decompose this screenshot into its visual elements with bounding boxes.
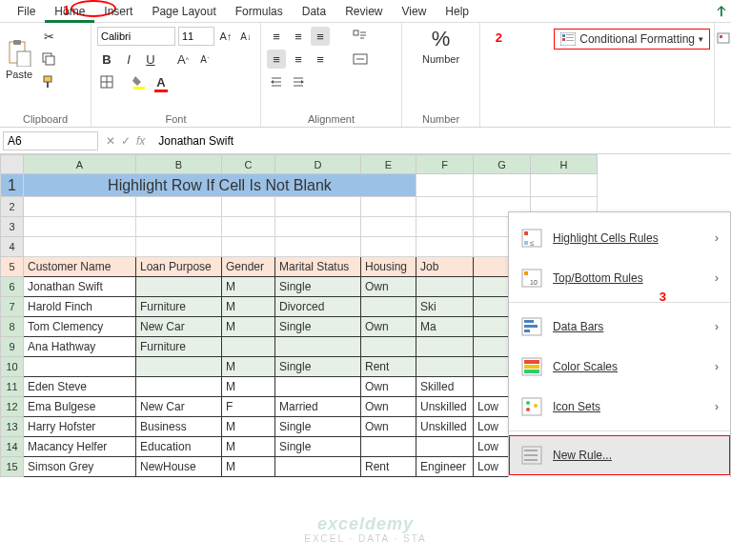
percent-button[interactable]: % Number (422, 27, 459, 65)
row-head-12[interactable]: 12 (1, 397, 24, 417)
cell[interactable] (361, 437, 416, 457)
cell[interactable]: Own (361, 277, 416, 297)
cell[interactable] (275, 457, 361, 477)
menu-insert[interactable]: Insert (94, 2, 142, 21)
cell[interactable]: Own (361, 417, 416, 437)
font-color-button[interactable]: A (152, 72, 171, 91)
cell[interactable] (136, 357, 222, 377)
cell[interactable] (361, 217, 416, 237)
col-head-E[interactable]: E (361, 155, 416, 174)
menu-help[interactable]: Help (436, 2, 478, 21)
increase-indent-button[interactable] (289, 72, 308, 91)
align-bottom-button[interactable]: ≡ (311, 27, 330, 46)
paste-button[interactable]: Paste (6, 38, 32, 80)
cell[interactable]: Simson Grey (24, 457, 136, 477)
cell[interactable]: Skilled (416, 377, 474, 397)
name-box[interactable] (3, 131, 98, 150)
cell[interactable]: Single (275, 417, 361, 437)
cell[interactable] (275, 237, 361, 257)
row-head-9[interactable]: 9 (1, 337, 24, 357)
cell[interactable] (136, 197, 222, 217)
cell[interactable] (416, 237, 474, 257)
merge-button[interactable] (351, 50, 370, 69)
cell[interactable] (24, 357, 136, 377)
menu-review[interactable]: Review (335, 2, 392, 21)
cell[interactable] (222, 337, 275, 357)
cell[interactable]: M (222, 277, 275, 297)
cell[interactable]: Housing (361, 257, 416, 277)
cell[interactable]: Highlight Row If Cell Is Not Blank (24, 174, 416, 197)
copy-button[interactable] (39, 50, 58, 69)
format-painter-button[interactable] (39, 72, 58, 91)
menu-formulas[interactable]: Formulas (226, 2, 293, 21)
cell[interactable]: Furniture (136, 337, 222, 357)
cell[interactable]: Job (416, 257, 474, 277)
conditional-formatting-button[interactable]: Conditional Formatting ▾ (554, 29, 710, 50)
menu-file[interactable]: File (8, 2, 45, 21)
cell[interactable]: Single (275, 317, 361, 337)
enter-formula-icon[interactable]: ✓ (121, 134, 131, 148)
cell[interactable]: Ema Bulgese (24, 397, 136, 417)
cell[interactable]: Ma (416, 317, 474, 337)
cell[interactable]: Harry Hofster (24, 417, 136, 437)
cell[interactable]: Single (275, 437, 361, 457)
cell[interactable] (416, 217, 474, 237)
cell[interactable] (24, 217, 136, 237)
cell[interactable] (361, 237, 416, 257)
cell[interactable]: Tom Clemency (24, 317, 136, 337)
row-head-8[interactable]: 8 (1, 317, 24, 337)
formula-input[interactable] (152, 132, 731, 150)
cell[interactable]: M (222, 377, 275, 397)
cell[interactable]: Own (361, 317, 416, 337)
cell[interactable]: Harold Finch (24, 297, 136, 317)
cell[interactable] (136, 217, 222, 237)
cell[interactable]: Furniture (136, 297, 222, 317)
align-top-button[interactable]: ≡ (267, 27, 286, 46)
fx-icon[interactable]: fx (136, 134, 145, 148)
cell[interactable]: Marital Status (275, 257, 361, 277)
menu-color-scales[interactable]: Color Scales › (509, 347, 730, 387)
cut-button[interactable]: ✂ (39, 27, 58, 46)
cell[interactable]: Education (136, 437, 222, 457)
row-head-14[interactable]: 14 (1, 437, 24, 457)
wrap-text-button[interactable] (351, 27, 370, 46)
cell[interactable]: Married (275, 397, 361, 417)
cell[interactable]: M (222, 437, 275, 457)
cell[interactable] (275, 337, 361, 357)
bold-button[interactable]: B (97, 50, 116, 69)
underline-button[interactable]: U (141, 50, 160, 69)
cell[interactable]: Macancy Helfer (24, 437, 136, 457)
cell[interactable]: Unskilled (416, 397, 474, 417)
borders-button[interactable] (97, 72, 116, 91)
cell[interactable]: Rent (361, 457, 416, 477)
cell[interactable] (222, 197, 275, 217)
cell[interactable]: Customer Name (24, 257, 136, 277)
cell[interactable]: Divorced (275, 297, 361, 317)
cell[interactable]: Gender (222, 257, 275, 277)
cell[interactable]: Rent (361, 357, 416, 377)
menu-home[interactable]: Home (45, 2, 94, 21)
decrease-font-button[interactable]: A↓ (237, 27, 254, 46)
col-head-C[interactable]: C (222, 155, 275, 174)
menu-data[interactable]: Data (293, 2, 335, 21)
menu-highlight-cells-rules[interactable]: ≤ Highlight Cells Rules › (509, 218, 730, 258)
cell[interactable]: Single (275, 277, 361, 297)
cell[interactable] (222, 237, 275, 257)
cell[interactable] (531, 174, 598, 197)
col-head-A[interactable]: A (24, 155, 136, 174)
cell[interactable] (416, 357, 474, 377)
italic-button[interactable]: I (119, 50, 138, 69)
cell[interactable]: Loan Purpose (136, 257, 222, 277)
decrease-indent-button[interactable] (267, 72, 286, 91)
row-head-4[interactable]: 4 (1, 237, 24, 257)
cell[interactable] (416, 197, 474, 217)
cell[interactable]: M (222, 457, 275, 477)
row-head-1[interactable]: 1 (1, 174, 24, 197)
row-head-5[interactable]: 5 (1, 257, 24, 277)
col-head-H[interactable]: H (531, 155, 598, 174)
cell[interactable]: Business (136, 417, 222, 437)
select-all-corner[interactable] (1, 155, 24, 174)
cell[interactable]: Ana Hathway (24, 337, 136, 357)
row-head-10[interactable]: 10 (1, 357, 24, 377)
font-name-select[interactable] (97, 27, 175, 46)
